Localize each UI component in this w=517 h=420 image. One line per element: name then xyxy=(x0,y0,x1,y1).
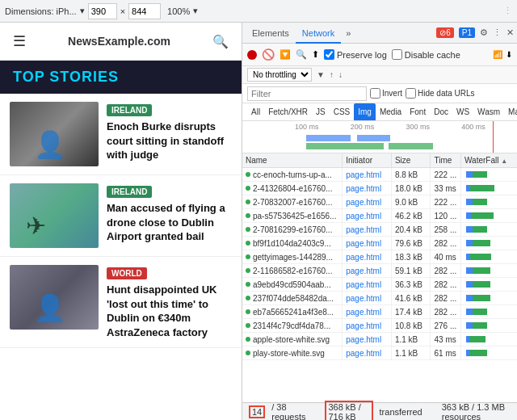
filter-all[interactable]: All xyxy=(247,103,264,121)
filter-fetch-xhr[interactable]: Fetch/XHR xyxy=(264,103,312,121)
col-header-waterfall[interactable]: WaterFall ▲ xyxy=(461,153,518,168)
upload-icon[interactable]: ↑ xyxy=(330,70,334,79)
filter-js[interactable]: JS xyxy=(312,103,330,121)
cell-initiator: page.html xyxy=(343,346,392,360)
table-row[interactable]: cc-enoch-turns-up-a...page.html8.8 kB222… xyxy=(242,168,517,182)
preserve-log-checkbox[interactable] xyxy=(324,49,334,60)
import-har-icon[interactable]: ⬆ xyxy=(312,49,319,60)
preserve-log-label[interactable]: Preserve log xyxy=(324,49,387,60)
more-options-icon[interactable]: ⋮ xyxy=(493,27,502,38)
waterfall-bar-container xyxy=(464,225,514,234)
zoom-dropdown-icon[interactable]: ▾ xyxy=(193,6,198,16)
height-input[interactable] xyxy=(128,3,161,19)
table-row[interactable]: pa-s57536425-e1656...page.html46.2 kB120… xyxy=(242,209,517,223)
filter-icon[interactable]: 🔽 xyxy=(280,49,291,60)
col-header-time[interactable]: Time xyxy=(431,153,461,168)
initiator-link[interactable]: page.html xyxy=(346,308,381,317)
waterfall-waiting-bar xyxy=(466,281,473,288)
table-row[interactable]: 2-11686582-e16760...page.html59.1 kB282 … xyxy=(242,264,517,278)
initiator-link[interactable]: page.html xyxy=(346,212,381,220)
transferred-label: transferred xyxy=(380,407,422,417)
download-icon[interactable]: ↓ xyxy=(338,70,343,79)
invert-checkbox[interactable] xyxy=(370,88,380,99)
tab-elements[interactable]: Elements xyxy=(246,23,296,44)
col-header-initiator[interactable]: Initiator xyxy=(343,153,392,168)
cell-name: play-store-white.svg xyxy=(242,346,343,360)
filter-input[interactable] xyxy=(247,86,367,101)
table-row[interactable]: 2314f4c79cdf4da78...page.html10.8 kB276 … xyxy=(242,319,517,333)
hamburger-icon[interactable]: ☰ xyxy=(13,32,26,50)
filter-media[interactable]: Media xyxy=(376,103,406,121)
table-row[interactable]: play-store-white.svgpage.html1.1 kB61 ms xyxy=(242,346,517,360)
table-row[interactable]: 2-41326804-e16760...page.html18.0 kB33 m… xyxy=(242,182,517,195)
table-row[interactable]: bf9f1d104da2403c9...page.html79.6 kB282 … xyxy=(242,237,517,250)
table-row[interactable]: gettyimages-144289...page.html18.3 kB40 … xyxy=(242,250,517,264)
initiator-link[interactable]: page.html xyxy=(346,225,381,234)
filter-wasm[interactable]: Wasm xyxy=(473,103,504,121)
invert-label[interactable]: Invert xyxy=(370,88,402,99)
cell-time: 258 ... xyxy=(431,223,461,237)
tab-more-icon[interactable]: » xyxy=(343,28,354,38)
initiator-link[interactable]: page.html xyxy=(346,198,381,207)
initiator-link[interactable]: page.html xyxy=(346,184,381,193)
devtools-tabs: Elements Network » ⊘6 P1 ⚙ ⋮ ✕ xyxy=(242,23,517,44)
record-button[interactable] xyxy=(247,50,257,60)
initiator-link[interactable]: page.html xyxy=(346,321,381,330)
waterfall-bar-container xyxy=(464,266,514,275)
status-dot xyxy=(246,227,250,232)
clear-button[interactable]: 🚫 xyxy=(262,48,275,61)
news-search-icon[interactable]: 🔍 xyxy=(212,34,229,49)
search-icon[interactable]: 🔍 xyxy=(296,49,307,60)
disable-cache-checkbox[interactable] xyxy=(392,49,402,60)
initiator-link[interactable]: page.html xyxy=(346,280,381,289)
filter-font[interactable]: Font xyxy=(406,103,430,121)
disable-cache-label[interactable]: Disable cache xyxy=(392,49,460,60)
initiator-link[interactable]: page.html xyxy=(346,294,381,303)
filter-css[interactable]: CSS xyxy=(330,103,355,121)
col-header-size[interactable]: Size xyxy=(391,153,431,168)
file-name: 237f074dde58482da... xyxy=(253,294,334,303)
throttling-select[interactable]: No throttling xyxy=(247,68,312,82)
filter-ws[interactable]: WS xyxy=(452,103,473,121)
close-devtools-icon[interactable]: ✕ xyxy=(506,27,514,38)
dropdown-arrow-icon[interactable]: ▾ xyxy=(80,6,85,16)
pause-badge: P1 xyxy=(459,27,475,38)
hide-data-urls-label[interactable]: Hide data URLs xyxy=(406,88,475,99)
initiator-link[interactable]: page.html xyxy=(346,335,381,344)
table-row[interactable]: a9ebd49cd5904aab...page.html36.3 kB282 .… xyxy=(242,278,517,292)
status-dot xyxy=(246,200,250,204)
filter-doc[interactable]: Doc xyxy=(430,103,452,121)
list-item[interactable]: WORLD Hunt disappointed UK 'lost out thi… xyxy=(0,257,242,348)
table-row[interactable]: eb7a5665241a4f3e8...page.html17.4 kB282 … xyxy=(242,305,517,319)
status-dot xyxy=(246,254,250,259)
list-item[interactable]: IRELAND Man accused of flying a drone cl… xyxy=(0,175,242,257)
news-panel: ☰ NewsExample.com 🔍 TOP STORIES IRELAND … xyxy=(0,23,242,420)
initiator-link[interactable]: page.html xyxy=(346,253,381,262)
width-input[interactable] xyxy=(88,3,117,19)
filter-icon-row[interactable]: ▼ xyxy=(317,70,325,79)
col-header-name[interactable]: Name xyxy=(242,153,343,168)
table-row[interactable]: 2-70816299-e16760...page.html20.4 kB258 … xyxy=(242,223,517,237)
cell-time: 282 ... xyxy=(431,237,461,250)
tl-400ms: 400 ms xyxy=(461,123,517,131)
table-row[interactable]: 2-70832007-e16760...page.html9.0 kB222 .… xyxy=(242,195,517,209)
file-name: 2-11686582-e16760... xyxy=(253,267,332,275)
initiator-link[interactable]: page.html xyxy=(346,349,381,358)
status-dot xyxy=(246,282,250,287)
initiator-link[interactable]: page.html xyxy=(346,170,381,179)
file-name: a9ebd49cd5904aab... xyxy=(253,280,331,289)
requests-highlight: 14 xyxy=(249,405,265,418)
filter-manifest[interactable]: Manifest xyxy=(504,103,517,121)
status-dot xyxy=(246,241,250,246)
list-item[interactable]: IRELAND Enoch Burke disrupts court sitti… xyxy=(0,94,242,175)
table-row[interactable]: 237f074dde58482da...page.html41.6 kB282 … xyxy=(242,292,517,305)
filter-img[interactable]: Img xyxy=(354,103,376,121)
throttle-icon[interactable]: ⬇ xyxy=(506,50,512,59)
initiator-link[interactable]: page.html xyxy=(346,267,381,275)
settings-icon[interactable]: ⚙ xyxy=(480,27,488,38)
tab-network[interactable]: Network xyxy=(296,23,341,44)
online-icon[interactable]: 📶 xyxy=(493,50,502,59)
table-row[interactable]: apple-store-white.svgpage.html1.1 kB43 m… xyxy=(242,333,517,346)
hide-data-urls-checkbox[interactable] xyxy=(406,88,416,99)
initiator-link[interactable]: page.html xyxy=(346,239,381,248)
